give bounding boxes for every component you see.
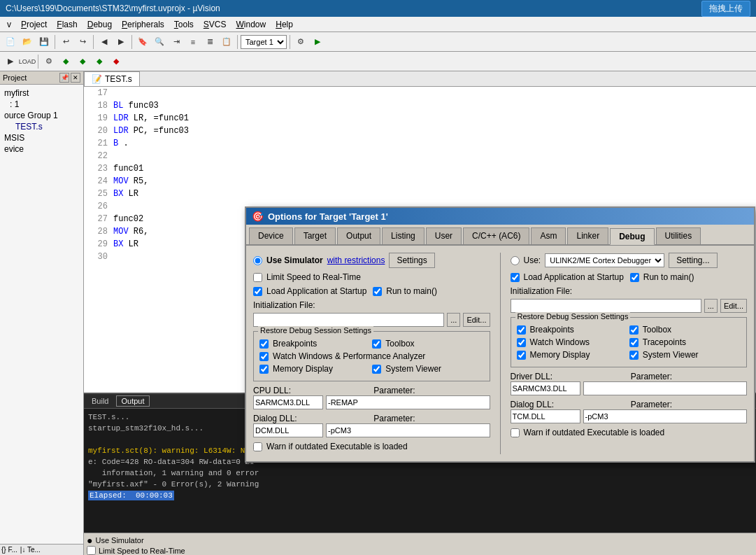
output-elapsed: Elapsed: 00:00:03 bbox=[88, 490, 752, 501]
forward-button[interactable]: ▶ bbox=[113, 34, 129, 50]
init-browse-btn-left[interactable]: ... bbox=[447, 313, 460, 327]
undo-button[interactable]: ↩ bbox=[58, 34, 73, 50]
menu-window[interactable]: Window bbox=[232, 18, 271, 31]
dialog-tab-debug[interactable]: Debug bbox=[610, 228, 654, 245]
mem-display-checkbox-right[interactable] bbox=[517, 351, 526, 360]
init-edit-btn-right[interactable]: Edit... bbox=[720, 299, 747, 313]
load-app-checkbox-right[interactable] bbox=[511, 273, 520, 282]
menu-debug[interactable]: Debug bbox=[83, 18, 116, 31]
bottom-tab-templates[interactable]: |↓ Te... bbox=[20, 546, 41, 554]
watch-windows-checkbox-right[interactable] bbox=[517, 338, 526, 347]
with-restrictions-link[interactable]: with restrictions bbox=[327, 255, 385, 265]
sys-viewer-checkbox-left[interactable] bbox=[372, 365, 381, 374]
mem-display-checkbox-left[interactable] bbox=[259, 365, 269, 374]
cloud-upload-button[interactable]: 拖拽上传 bbox=[701, 1, 750, 17]
sidebar-pin-button[interactable]: 📌 bbox=[59, 73, 69, 83]
dialog-tab-linker[interactable]: Linker bbox=[567, 227, 608, 244]
dialog-dll-label-left: Dialog DLL: bbox=[253, 414, 369, 423]
simulator-settings-button[interactable]: Settings bbox=[389, 253, 434, 268]
bottom-tab-functions[interactable]: {} F... bbox=[1, 546, 17, 554]
tree-item-device[interactable]: evice bbox=[1, 143, 82, 155]
format-button[interactable]: ≡ bbox=[185, 34, 201, 50]
use-debugger-radio[interactable] bbox=[511, 256, 520, 265]
tracepoints-checkbox[interactable] bbox=[629, 338, 639, 347]
toolbox-checkbox-left[interactable] bbox=[372, 339, 381, 349]
debugger-select[interactable]: ULINK2/ME Cortex Debugger bbox=[545, 253, 664, 267]
toolbox-checkbox-right[interactable] bbox=[629, 325, 639, 335]
menu-v[interactable]: v bbox=[3, 18, 15, 31]
limit-speed-check[interactable] bbox=[87, 546, 96, 555]
settings-button2[interactable]: ⚙ bbox=[41, 54, 57, 69]
menu-flash[interactable]: Flash bbox=[52, 18, 81, 31]
menu-tools[interactable]: Tools bbox=[170, 18, 198, 31]
code-line-21: 21 B . bbox=[84, 137, 756, 150]
bottom-tab-build[interactable]: Build bbox=[87, 395, 113, 407]
build-button[interactable]: ▶ bbox=[310, 34, 325, 50]
watch-windows-checkbox-left[interactable] bbox=[259, 352, 269, 361]
new-file-button[interactable]: 📄 bbox=[3, 34, 18, 50]
dialog-tab-cpp[interactable]: C/C++ (AC6) bbox=[463, 227, 529, 244]
green2-button[interactable]: ◆ bbox=[75, 54, 90, 69]
tree-item-msis[interactable]: MSIS bbox=[1, 132, 82, 143]
sys-viewer-checkbox-right[interactable] bbox=[629, 351, 639, 360]
load-app-checkbox-left[interactable] bbox=[253, 287, 262, 296]
cpu-dll-input[interactable] bbox=[253, 395, 323, 409]
dialog-tab-utilities[interactable]: Utilities bbox=[656, 227, 701, 244]
warn-checkbox-left[interactable] bbox=[253, 442, 262, 451]
debug-start-button[interactable]: ▶ bbox=[3, 54, 18, 69]
find-button[interactable]: 🔍 bbox=[152, 34, 167, 50]
tree-item-test-s[interactable]: TEST.s bbox=[1, 121, 82, 132]
init-browse-btn-right[interactable]: ... bbox=[704, 299, 718, 313]
dialog-tab-asm[interactable]: Asm bbox=[531, 227, 566, 244]
init-file-input-right[interactable] bbox=[511, 299, 701, 313]
dialog-dll-input-right[interactable] bbox=[511, 409, 580, 423]
dialog-param-input-left[interactable] bbox=[326, 423, 490, 437]
warn-checkbox-right[interactable] bbox=[511, 428, 520, 437]
dialog-param-input-right[interactable] bbox=[583, 409, 748, 423]
tree-item-1[interactable]: : 1 bbox=[1, 99, 82, 110]
menu-svcs[interactable]: SVCS bbox=[199, 18, 231, 31]
init-file-input-left[interactable] bbox=[253, 313, 444, 327]
green1-button[interactable]: ◆ bbox=[58, 54, 73, 69]
menu-help[interactable]: Help bbox=[271, 18, 297, 31]
load-button[interactable]: LOAD bbox=[20, 54, 35, 69]
options-dialog: 🎯 Options for Target 'Target 1' Device T… bbox=[245, 206, 755, 463]
green3-button[interactable]: ◆ bbox=[92, 54, 107, 69]
dialog-dll-input-left[interactable] bbox=[253, 423, 323, 437]
redo-button[interactable]: ↪ bbox=[75, 34, 90, 50]
file-icon-button[interactable]: 📋 bbox=[219, 34, 234, 50]
dialog-tab-target[interactable]: Target bbox=[294, 227, 336, 244]
bottom-tab-output[interactable]: Output bbox=[116, 395, 149, 407]
indent-button[interactable]: ⇥ bbox=[169, 34, 184, 50]
dialog-tab-user[interactable]: User bbox=[426, 227, 462, 244]
debugger-settings-button[interactable]: Setting... bbox=[669, 253, 717, 268]
indent2-button[interactable]: ≣ bbox=[202, 34, 217, 50]
red-button[interactable]: ◆ bbox=[108, 54, 124, 69]
target-options-button[interactable]: ⚙ bbox=[293, 34, 308, 50]
run-main-label-right: Run to main() bbox=[643, 272, 694, 282]
breakpoints-checkbox-left[interactable] bbox=[259, 339, 269, 349]
open-button[interactable]: 📂 bbox=[20, 34, 35, 50]
dialog-tab-device[interactable]: Device bbox=[249, 227, 293, 244]
save-button[interactable]: 💾 bbox=[36, 34, 52, 50]
bookmark-button[interactable]: 🔖 bbox=[135, 34, 150, 50]
menu-peripherals[interactable]: Peripherals bbox=[117, 18, 169, 31]
dialog-tab-output[interactable]: Output bbox=[337, 227, 380, 244]
menu-project[interactable]: Project bbox=[17, 18, 51, 31]
driver-param-input[interactable] bbox=[583, 381, 748, 395]
target-select[interactable]: Target 1 bbox=[241, 35, 287, 49]
driver-dll-input[interactable] bbox=[511, 381, 580, 395]
tree-item-source-group[interactable]: ource Group 1 bbox=[1, 110, 82, 121]
tree-item-myfirst[interactable]: myfirst bbox=[1, 87, 82, 99]
run-main-checkbox-left[interactable] bbox=[373, 287, 382, 296]
use-simulator-radio[interactable] bbox=[253, 256, 262, 265]
limit-speed-checkbox[interactable] bbox=[253, 273, 262, 282]
back-button[interactable]: ◀ bbox=[97, 34, 112, 50]
sidebar-close-button[interactable]: ✕ bbox=[71, 73, 80, 83]
run-main-checkbox-right[interactable] bbox=[630, 273, 639, 282]
dialog-tab-listing[interactable]: Listing bbox=[382, 227, 425, 244]
breakpoints-checkbox-right[interactable] bbox=[517, 325, 526, 335]
cpu-param-input[interactable] bbox=[326, 395, 490, 409]
init-edit-btn-left[interactable]: Edit... bbox=[463, 313, 490, 327]
code-tab-test-s[interactable]: 📝 TEST.s bbox=[84, 71, 140, 86]
